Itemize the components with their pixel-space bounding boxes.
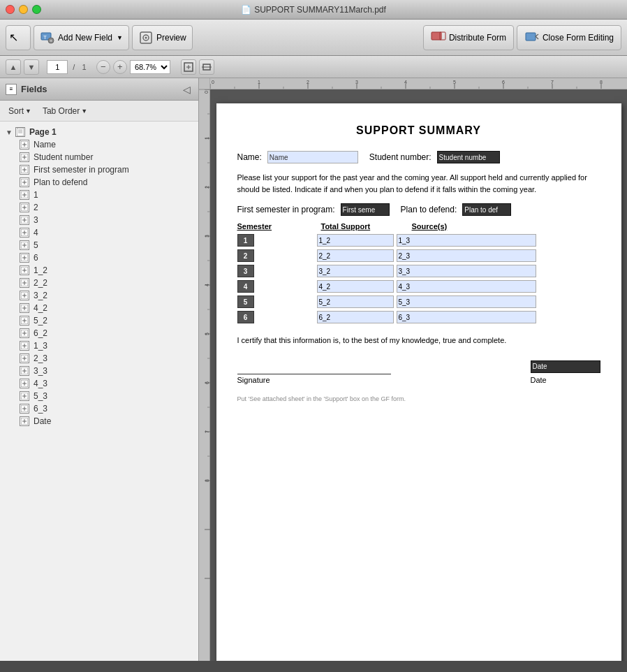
field-list-item[interactable]: First semester in program — [0, 163, 198, 176]
plan-defend-label: Plan to defend: — [401, 205, 457, 214]
field-name-label: 1 — [34, 190, 38, 200]
field-list-item[interactable]: 3_3 — [0, 365, 198, 377]
col-semester-header: Semester — [237, 221, 321, 231]
total-support-cell[interactable]: 5_2 — [317, 295, 394, 308]
svg-text:1: 1 — [258, 80, 260, 85]
field-type-icon — [20, 140, 29, 149]
total-support-cell[interactable]: 6_2 — [317, 311, 394, 323]
signature-section: Signature — [237, 360, 391, 384]
field-type-icon — [20, 177, 29, 187]
field-list-item[interactable]: 2 — [0, 201, 198, 214]
source-cell[interactable]: 2_3 — [397, 249, 536, 262]
field-name-label: 4_3 — [34, 379, 47, 388]
field-list-item[interactable]: 5_3 — [0, 390, 198, 402]
maximize-window-button[interactable] — [32, 5, 41, 14]
date-section: Date Date — [531, 360, 600, 384]
page-with-ruler: 0 1 2 3 4 5 6 7 8 — [199, 89, 627, 661]
field-list-item[interactable]: 2_3 — [0, 352, 198, 365]
field-list-item[interactable]: Plan to defend — [0, 176, 198, 189]
field-list-item[interactable]: 5_2 — [0, 314, 198, 327]
field-list-item[interactable]: 6_2 — [0, 327, 198, 339]
field-list-item[interactable]: 6_3 — [0, 402, 198, 415]
main-layout: ≡ Fields ◁ Sort ▼ Tab Order ▼ ▼ — [0, 78, 627, 661]
field-list-item[interactable]: 1_2 — [0, 264, 198, 277]
fields-panel-title: Fields — [21, 84, 47, 94]
field-list-item[interactable]: Date — [0, 415, 198, 428]
prev-page-button[interactable]: ▲ — [6, 59, 21, 75]
minimize-window-button[interactable] — [19, 5, 28, 14]
name-field[interactable]: Name — [267, 151, 358, 163]
field-list-item[interactable]: 4_2 — [0, 302, 198, 314]
field-name-label: 6_2 — [34, 328, 47, 338]
table-row: 66_26_3 — [237, 311, 600, 323]
field-list-item[interactable]: 4_3 — [0, 377, 198, 390]
fit-width-button[interactable] — [199, 59, 214, 75]
field-type-icon — [20, 228, 29, 238]
total-support-cell[interactable]: 2_2 — [317, 249, 394, 262]
field-list-item[interactable]: 5 — [0, 239, 198, 251]
field-list-item[interactable]: 1 — [0, 189, 198, 201]
date-field[interactable]: Date — [531, 360, 600, 373]
field-name-label: 1_2 — [34, 265, 47, 275]
page-header[interactable]: ▼ Page 1 — [0, 126, 198, 138]
source-cell[interactable]: 4_3 — [397, 280, 536, 293]
field-list-item[interactable]: 4 — [0, 226, 198, 239]
field-list-item[interactable]: Name — [0, 138, 198, 151]
distribute-form-button[interactable]: Distribute Form — [423, 25, 514, 50]
next-page-button[interactable]: ▼ — [24, 59, 39, 75]
name-label: Name: — [237, 152, 262, 162]
preview-button[interactable]: Preview — [132, 25, 193, 50]
pdf-content-area[interactable]: 0 1 2 3 4 5 6 7 8 — [199, 78, 627, 661]
svg-text:1: 1 — [205, 137, 209, 140]
source-cell[interactable]: 3_3 — [397, 265, 536, 277]
field-name-label: 1_3 — [34, 341, 47, 351]
field-type-icon — [20, 291, 29, 300]
page-group: ▼ Page 1 NameStudent numberFirst semeste… — [0, 124, 198, 429]
toolbar: ↖ T + Add New Field ▼ Preview — [0, 20, 627, 56]
add-field-dropdown-icon[interactable]: ▼ — [117, 34, 123, 41]
field-list-item[interactable]: 2_2 — [0, 277, 198, 289]
source-cell[interactable]: 5_3 — [397, 295, 536, 308]
total-support-cell[interactable]: 4_2 — [317, 280, 394, 293]
field-list-item[interactable]: 1_3 — [0, 339, 198, 352]
source-cell[interactable]: 6_3 — [397, 311, 536, 323]
close-form-editing-button[interactable]: Close Form Editing — [517, 25, 621, 50]
arrow-tool-button[interactable]: ↖ — [6, 25, 31, 50]
field-list-item[interactable]: 6 — [0, 251, 198, 264]
field-list-item[interactable]: 3_2 — [0, 289, 198, 302]
total-pages: 1 — [82, 63, 86, 71]
total-support-cell[interactable]: 1_2 — [317, 234, 394, 247]
field-type-icon — [20, 190, 29, 200]
page-number-input[interactable] — [47, 60, 68, 74]
close-window-button[interactable] — [6, 5, 15, 14]
source-cell[interactable]: 1_3 — [397, 234, 536, 247]
field-list-item[interactable]: 3 — [0, 214, 198, 226]
field-name-label: 3_2 — [34, 291, 47, 300]
collapse-panel-button[interactable]: ◁ — [180, 83, 193, 96]
fields-panel-icon: ≡ — [6, 84, 17, 95]
field-name-label: 5 — [34, 240, 38, 250]
tab-order-button[interactable]: Tab Order ▼ — [40, 105, 90, 117]
semester-number: 4 — [237, 280, 254, 293]
zoom-in-button[interactable]: + — [113, 60, 127, 74]
signature-row: Signature Date Date — [237, 360, 600, 384]
student-number-field[interactable]: Student numbe — [437, 151, 500, 163]
svg-text:2: 2 — [307, 80, 309, 85]
window-controls — [6, 5, 41, 14]
svg-text:0: 0 — [204, 91, 209, 94]
add-new-field-label: Add New Field — [58, 33, 112, 43]
svg-text:5: 5 — [453, 80, 456, 85]
fields-list: ▼ Page 1 NameStudent numberFirst semeste… — [0, 122, 198, 661]
plan-defend-field[interactable]: Plan to def — [462, 203, 511, 216]
add-new-field-button[interactable]: T + Add New Field ▼ — [34, 25, 129, 50]
zoom-select[interactable]: 68.7% 50% 75% 100% 125% 150% — [130, 60, 170, 74]
close-form-editing-label: Close Form Editing — [543, 33, 614, 43]
sort-button[interactable]: Sort ▼ — [6, 105, 34, 117]
field-list-item[interactable]: Student number — [0, 151, 198, 163]
field-name-label: 2 — [34, 203, 38, 212]
total-support-cell[interactable]: 3_2 — [317, 265, 394, 277]
table-row: 55_25_3 — [237, 295, 600, 308]
first-semester-field[interactable]: First seme — [341, 203, 390, 216]
fit-page-button[interactable] — [181, 59, 196, 75]
zoom-out-button[interactable]: − — [96, 60, 110, 74]
